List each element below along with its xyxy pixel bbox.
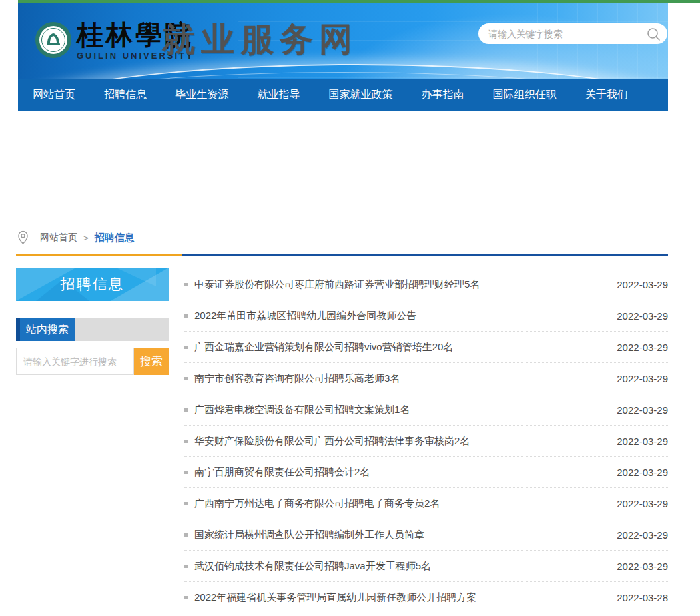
job-list-item: 中泰证券股份有限公司枣庄府前西路证券营业部招聘理财经理5名2022-03-29 [184,269,668,300]
job-date: 2022-03-29 [617,279,668,290]
square-bullet-icon [184,408,188,412]
job-list-item: 武汉佰钧成技术有限责任公司招聘Java开发工程师5名2022-03-29 [184,551,668,582]
breadcrumb-current-link[interactable]: 招聘信息 [95,232,135,244]
nav-item-0[interactable]: 网站首页 [33,88,75,102]
header-search-input[interactable] [488,29,646,39]
sidebar-search-button[interactable]: 搜索 [134,348,169,375]
site-title: 就业服务网 [162,17,358,62]
page: 桂林學院 GUILIN UNIVERSITY 就业服务网 网站首页招聘信息毕业生… [0,0,700,616]
job-date: 2022-03-29 [617,529,668,541]
job-title-link[interactable]: 广西南宁万州达电子商务有限公司招聘电子商务专员2名 [194,497,603,510]
square-bullet-icon [184,283,188,286]
nav-item-4[interactable]: 国家就业政策 [329,88,393,102]
job-list-item: 南宁市创客教育咨询有限公司招聘乐高老师3名2022-03-29 [184,363,668,394]
job-title-link[interactable]: 华安财产保险股份有限公司广西分公司招聘法律事务审核岗2名 [194,435,603,448]
nav-item-2[interactable]: 毕业生资源 [175,88,228,102]
sidebar-search-input[interactable] [16,348,134,375]
job-date: 2022-03-29 [617,498,668,509]
job-date: 2022-03-29 [617,342,668,353]
square-bullet-icon [184,377,188,380]
job-date: 2022-03-29 [617,467,668,478]
square-bullet-icon [184,533,188,537]
divider-orange-segment [16,254,182,256]
job-title-link[interactable]: 中泰证券股份有限公司枣庄府前西路证券营业部招聘理财经理5名 [194,278,603,291]
job-list-item: 华安财产保险股份有限公司广西分公司招聘法律事务审核岗2名2022-03-29 [184,426,668,457]
job-title-link[interactable]: 南宁百朋商贸有限责任公司招聘会计2名 [194,466,603,479]
square-bullet-icon [184,314,188,318]
sidebar-search-label-bar: 站内搜索 [16,318,169,341]
job-title-link[interactable]: 2022年莆田市荔城区招聘幼儿园编外合同教师公告 [194,310,603,322]
square-bullet-icon [184,440,188,443]
nav-item-6[interactable]: 国际组织任职 [493,88,557,102]
sidebar-section-header: 招聘信息 [16,268,169,301]
job-title-link[interactable]: 2022年福建省机关事务管理局直属幼儿园新任教师公开招聘方案 [194,591,603,604]
job-title-link[interactable]: 南宁市创客教育咨询有限公司招聘乐高老师3名 [194,372,603,385]
main-nav: 网站首页招聘信息毕业生资源就业指导国家就业政策办事指南国际组织任职关于我们 [18,79,668,111]
site-search-tab[interactable]: 站内搜索 [16,318,75,341]
job-list-item: 2022年福建省机关事务管理局直属幼儿园新任教师公开招聘方案2022-03-28 [184,582,668,613]
sidebar-section-title: 招聘信息 [61,274,125,294]
sidebar-search-form: 搜索 [16,348,169,375]
job-list-item: 广西金瑞嘉企业营销策划有限公司招聘vivo营销管培生20名2022-03-29 [184,332,668,363]
job-list-item: 国家统计局横州调查队公开招聘编制外工作人员简章2022-03-29 [184,519,668,551]
job-date: 2022-03-28 [617,592,668,603]
breadcrumb-separator: > [83,233,89,243]
square-bullet-icon [184,596,188,599]
nav-item-5[interactable]: 办事指南 [422,88,464,102]
job-date: 2022-03-29 [617,373,668,384]
job-list-item: 南宁百朋商贸有限责任公司招聘会计2名2022-03-29 [184,457,668,488]
job-date: 2022-03-29 [617,310,668,322]
job-title-link[interactable]: 广西金瑞嘉企业营销策划有限公司招聘vivo营销管培生20名 [194,341,603,354]
divider-navy-segment [182,254,668,256]
job-title-link[interactable]: 武汉佰钧成技术有限责任公司招聘Java开发工程师5名 [194,560,603,573]
job-list-item: 广西烨君电梯空调设备有限公司招聘文案策划1名2022-03-29 [184,394,668,426]
job-date: 2022-03-29 [617,561,668,572]
breadcrumb-home-link[interactable]: 网站首页 [40,232,77,244]
header-search-box[interactable] [478,23,667,44]
magnifier-icon[interactable] [646,27,661,41]
job-list: 中泰证券股份有限公司枣庄府前西路证券营业部招聘理财经理5名2022-03-292… [184,269,668,613]
job-title-link[interactable]: 国家统计局横州调查队公开招聘编制外工作人员简章 [194,529,603,541]
square-bullet-icon [184,471,188,474]
job-title-link[interactable]: 广西烨君电梯空调设备有限公司招聘文案策划1名 [194,404,603,416]
job-list-item: 广西南宁万州达电子商务有限公司招聘电子商务专员2名2022-03-29 [184,488,668,519]
nav-item-7[interactable]: 关于我们 [585,88,628,102]
job-list-item: 2022年莆田市荔城区招聘幼儿园编外合同教师公告2022-03-29 [184,300,668,332]
job-date: 2022-03-29 [617,436,668,447]
square-bullet-icon [184,346,188,349]
location-pin-icon [17,230,29,246]
breadcrumb: 网站首页 > 招聘信息 [17,229,135,246]
square-bullet-icon [184,565,188,568]
nav-item-3[interactable]: 就业指导 [257,88,300,102]
nav-item-1[interactable]: 招聘信息 [104,88,147,102]
site-banner: 桂林學院 GUILIN UNIVERSITY 就业服务网 [18,3,668,79]
square-bullet-icon [184,502,188,505]
job-date: 2022-03-29 [617,404,668,416]
university-seal-icon [35,22,71,58]
